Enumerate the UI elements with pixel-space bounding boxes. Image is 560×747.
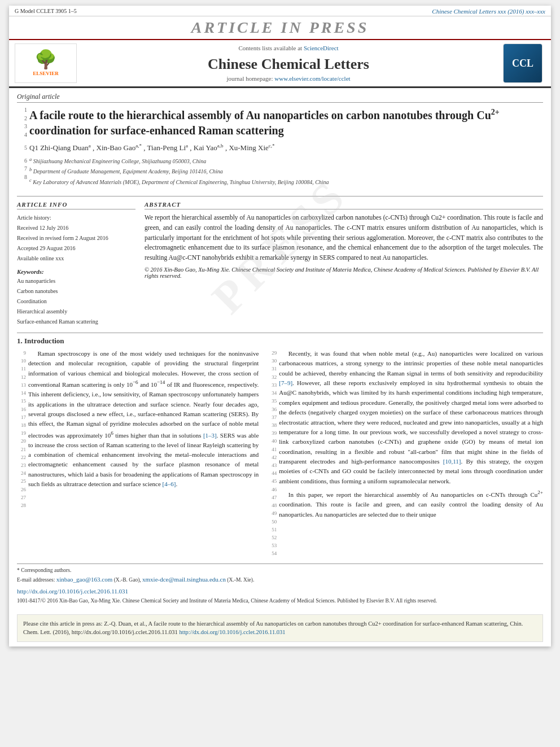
line-num-8: 8 bbox=[17, 173, 27, 182]
intro-right-paragraph-2: In this paper, we report the hierarchica… bbox=[279, 488, 543, 519]
intro-heading: 1. Introduction bbox=[17, 337, 543, 346]
line-num-2: 2 bbox=[17, 115, 27, 123]
email-label: E-mail addresses: bbox=[17, 577, 55, 583]
introduction-section: 1. Introduction 9 10 11 12 13 14 15 16 1… bbox=[17, 333, 543, 558]
received-date: Received 12 July 2016 bbox=[17, 223, 135, 233]
title-text-main: A facile route to the hierarchical assem… bbox=[29, 109, 491, 121]
author2: , Xin-Bao Gao bbox=[93, 143, 135, 152]
email1-link[interactable]: xinbao_gao@163.com bbox=[56, 576, 113, 583]
author1: Zhi-Qiang Duan bbox=[40, 143, 89, 152]
intro-left-paragraph: Raman spectroscopy is one of the most wi… bbox=[28, 349, 259, 490]
keyword-2: Carbon nanotubes bbox=[17, 286, 135, 296]
line-numbers-affiliations: 6 7 8 bbox=[17, 156, 27, 191]
author4-sup: a,b bbox=[217, 143, 224, 148]
journal-homepage: journal homepage: www.elsevier.com/locat… bbox=[226, 75, 350, 82]
article-info-col: Article info Article history: Received 1… bbox=[17, 201, 135, 327]
line-num-3: 3 bbox=[17, 123, 27, 131]
history-title: Article history: bbox=[17, 213, 135, 223]
line-numbers-title: 1 2 3 4 bbox=[17, 105, 27, 143]
contents-label: Contents lists available at bbox=[238, 45, 302, 51]
email2-name: (X.-M. Xie). bbox=[227, 577, 254, 583]
intro-right-line-nums: 29 30 31 32 33 34 35 36 37 38 39 40 41 4… bbox=[268, 349, 277, 558]
sciencedirect-link[interactable]: ScienceDirect bbox=[304, 45, 339, 51]
tree-icon: 🌳 bbox=[34, 50, 57, 68]
line-num-4: 4 bbox=[17, 131, 27, 139]
keyword-1: Au nanoparticles bbox=[17, 276, 135, 286]
title-superscript: 2+ bbox=[491, 108, 500, 116]
article-in-press-banner: ARTICLE IN PRESS bbox=[9, 16, 551, 40]
abstract-text: We report the hierarchical assembly of A… bbox=[145, 213, 543, 263]
available-online: Available online xxx bbox=[17, 254, 135, 264]
affiliations-block: 6 7 8 a Shijiazhuang Mechanical Engineer… bbox=[17, 156, 543, 191]
affiliation-b: b Department of Graduate Management, Equ… bbox=[29, 166, 329, 176]
email1-name: (X.-B. Gao), bbox=[114, 577, 141, 583]
line-num-6: 6 bbox=[17, 157, 27, 165]
author1-sup: a bbox=[89, 143, 91, 148]
journal-header: 🌳 ELSEVIER Contents lists available at S… bbox=[9, 40, 551, 88]
keyword-5: Surface-enhanced Raman scattering bbox=[17, 317, 135, 327]
model-info: G Model CCLET 3905 1–5 bbox=[15, 8, 77, 14]
main-content: Original article 1 2 3 4 A facile route … bbox=[9, 88, 551, 610]
abstract-col: ABSTRACT We report the hierarchical asse… bbox=[145, 201, 543, 327]
affiliations: a Shijiazhuang Mechanical Engineering Co… bbox=[29, 156, 329, 187]
keywords-title: Keywords: bbox=[17, 268, 135, 275]
title-block: 1 2 3 4 A facile route to the hierarchic… bbox=[17, 105, 543, 143]
keyword-3: Coordination bbox=[17, 296, 135, 307]
ccl-logo-block: CCL bbox=[500, 43, 545, 83]
ccl-logo: CCL bbox=[503, 43, 542, 83]
article-title: A facile route to the hierarchical assem… bbox=[29, 107, 543, 138]
author4: , Kai Yao bbox=[190, 143, 217, 152]
authors-block: 5 Q1 Zhi-Qiang Duana , Xin-Bao Gaoa,* , … bbox=[17, 143, 543, 156]
abstract-title: ABSTRACT bbox=[145, 201, 543, 209]
doi-link[interactable]: http://dx.doi.org/10.1016/j.cclet.2016.1… bbox=[17, 588, 128, 595]
authors: Q1 Zhi-Qiang Duana , Xin-Bao Gaoa,* , Ti… bbox=[29, 143, 275, 152]
author2-sup: a,* bbox=[135, 143, 142, 148]
email-note: E-mail addresses: xinbao_gao@163.com (X.… bbox=[17, 575, 543, 585]
elsevier-logo-block: 🌳 ELSEVIER bbox=[15, 43, 77, 83]
info-abstract-section: Article info Article history: Received 1… bbox=[17, 196, 543, 327]
author3: , Tian-Peng Li bbox=[143, 143, 186, 152]
author5: , Xu-Ming Xie bbox=[225, 143, 269, 152]
top-bar: G Model CCLET 3905 1–5 Chinese Chemical … bbox=[9, 6, 551, 16]
citation-doi-link[interactable]: http://dx.doi.org/10.1016/j.cclet.2016.1… bbox=[179, 629, 285, 635]
journal-citation: Chinese Chemical Letters xxx (2016) xxx–… bbox=[432, 8, 545, 15]
intro-left-text: Raman spectroscopy is one of the most wi… bbox=[28, 349, 259, 558]
title-text-end: coordination for surface-enhanced Raman … bbox=[29, 124, 284, 137]
journal-center: Contents lists available at ScienceDirec… bbox=[82, 43, 495, 83]
g-model: G Model CCLET 3905 1–5 bbox=[15, 8, 77, 14]
article-in-press-text: ARTICLE IN PRESS bbox=[191, 19, 369, 36]
article-info-title: Article info bbox=[17, 201, 135, 209]
line-numbers-authors: 5 bbox=[17, 143, 27, 156]
author3-sup: a bbox=[186, 143, 188, 148]
line-num-1: 1 bbox=[17, 106, 27, 115]
affiliation-c: c Key Laboratory of Advanced Materials (… bbox=[29, 177, 329, 187]
intro-right: 29 30 31 32 33 34 35 36 37 38 39 40 41 4… bbox=[268, 349, 543, 558]
intro-right-paragraph-1: Recently, it was found that when noble m… bbox=[279, 349, 543, 486]
corresponding-note: * Corresponding authors. bbox=[17, 566, 543, 575]
homepage-label: journal homepage: bbox=[226, 75, 273, 82]
affiliation-a: a Shijiazhuang Mechanical Engineering Co… bbox=[29, 156, 329, 166]
footnotes: * Corresponding authors. E-mail addresse… bbox=[17, 563, 543, 585]
received-revised-date: Received in revised form 2 August 2016 bbox=[17, 233, 135, 243]
email2-link[interactable]: xmxie-dce@mail.tsinghua.edu.cn bbox=[142, 576, 226, 583]
keywords-section: Keywords: Au nanoparticles Carbon nanotu… bbox=[17, 268, 135, 327]
homepage-url[interactable]: www.elsevier.com/locate/cclet bbox=[274, 75, 350, 82]
page: PRESS G Model CCLET 3905 1–5 Chinese Che… bbox=[9, 6, 551, 646]
contents-available: Contents lists available at ScienceDirec… bbox=[238, 45, 338, 51]
intro-left: 9 10 11 12 13 14 15 16 17 18 19 20 21 22 bbox=[17, 349, 259, 558]
article-type: Original article bbox=[17, 93, 543, 103]
intro-left-line-nums: 9 10 11 12 13 14 15 16 17 18 19 20 21 22 bbox=[17, 349, 26, 558]
intro-right-text: Recently, it was found that when noble m… bbox=[279, 349, 543, 558]
line-num-7: 7 bbox=[17, 165, 27, 173]
author5-sup: c,* bbox=[269, 143, 275, 148]
keywords-list: Au nanoparticles Carbon nanotubes Coordi… bbox=[17, 276, 135, 327]
article-history: Article history: Received 12 July 2016 R… bbox=[17, 213, 135, 264]
accepted-date: Accepted 29 August 2016 bbox=[17, 243, 135, 254]
elsevier-label: ELSEVIER bbox=[33, 71, 59, 76]
bottom-copyright: 1001-8417/© 2016 Xin-Bao Gao, Xu-Ming Xi… bbox=[17, 597, 543, 605]
citation-box: Please cite this article in press as: Z.… bbox=[17, 614, 543, 643]
journal-title: Chinese Chemical Letters bbox=[208, 56, 369, 73]
abstract-copyright: © 2016 Xin-Bao Gao, Xu-Ming Xie. Chinese… bbox=[145, 267, 543, 279]
keyword-4: Hierarchical assembly bbox=[17, 307, 135, 317]
doi-line: http://dx.doi.org/10.1016/j.cclet.2016.1… bbox=[17, 588, 543, 595]
